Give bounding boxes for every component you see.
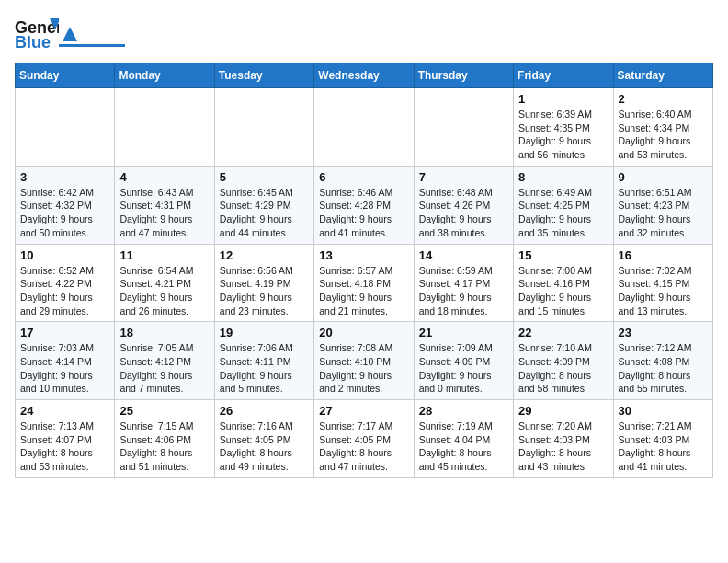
day-info: Sunrise: 6:54 AM Sunset: 4:21 PM Dayligh… <box>119 264 209 318</box>
day-info: Sunrise: 7:06 AM Sunset: 4:11 PM Dayligh… <box>220 341 309 396</box>
calendar-cell: 22Sunrise: 7:10 AM Sunset: 4:09 PM Dayli… <box>514 322 613 400</box>
logo-icon: General Blue <box>15 15 59 55</box>
day-info: Sunrise: 6:59 AM Sunset: 4:17 PM Dayligh… <box>419 264 508 318</box>
day-number: 19 <box>220 326 309 339</box>
day-number: 17 <box>20 326 109 339</box>
weekday-header-thursday: Thursday <box>414 63 513 88</box>
logo-triangle-icon <box>61 25 79 43</box>
weekday-header-wednesday: Wednesday <box>314 63 414 88</box>
calendar-week-2: 3Sunrise: 6:42 AM Sunset: 4:32 PM Daylig… <box>16 166 713 244</box>
calendar-cell: 11Sunrise: 6:54 AM Sunset: 4:21 PM Dayli… <box>115 244 214 322</box>
day-number: 16 <box>619 248 708 262</box>
day-number: 20 <box>319 326 408 339</box>
calendar-cell: 29Sunrise: 7:20 AM Sunset: 4:03 PM Dayli… <box>514 400 613 478</box>
day-number: 30 <box>619 404 708 418</box>
day-info: Sunrise: 7:03 AM Sunset: 4:14 PM Dayligh… <box>20 341 109 396</box>
day-info: Sunrise: 7:15 AM Sunset: 4:06 PM Dayligh… <box>119 419 209 474</box>
calendar-table: SundayMondayTuesdayWednesdayThursdayFrid… <box>15 63 713 478</box>
weekday-header-sunday: Sunday <box>16 63 115 88</box>
calendar-cell: 19Sunrise: 7:06 AM Sunset: 4:11 PM Dayli… <box>214 322 313 400</box>
day-info: Sunrise: 6:48 AM Sunset: 4:26 PM Dayligh… <box>419 186 508 240</box>
day-number: 22 <box>518 326 608 339</box>
day-info: Sunrise: 7:10 AM Sunset: 4:09 PM Dayligh… <box>518 341 608 396</box>
calendar-cell: 1Sunrise: 6:39 AM Sunset: 4:35 PM Daylig… <box>514 88 613 167</box>
day-number: 24 <box>20 404 109 418</box>
day-info: Sunrise: 6:43 AM Sunset: 4:31 PM Dayligh… <box>119 186 209 240</box>
calendar-cell: 15Sunrise: 7:00 AM Sunset: 4:16 PM Dayli… <box>514 244 613 322</box>
calendar-week-4: 17Sunrise: 7:03 AM Sunset: 4:14 PM Dayli… <box>16 322 713 400</box>
calendar-cell <box>314 88 414 167</box>
calendar-cell <box>16 88 115 167</box>
calendar-cell: 16Sunrise: 7:02 AM Sunset: 4:15 PM Dayli… <box>613 244 712 322</box>
day-number: 8 <box>518 170 608 184</box>
calendar-cell: 13Sunrise: 6:57 AM Sunset: 4:18 PM Dayli… <box>314 244 414 322</box>
day-info: Sunrise: 7:08 AM Sunset: 4:10 PM Dayligh… <box>319 341 408 396</box>
calendar-cell <box>115 88 214 167</box>
day-info: Sunrise: 6:49 AM Sunset: 4:25 PM Dayligh… <box>518 186 608 240</box>
calendar-cell: 14Sunrise: 6:59 AM Sunset: 4:17 PM Dayli… <box>414 244 513 322</box>
day-number: 2 <box>619 92 708 106</box>
calendar-cell: 26Sunrise: 7:16 AM Sunset: 4:05 PM Dayli… <box>214 400 313 478</box>
calendar-cell: 8Sunrise: 6:49 AM Sunset: 4:25 PM Daylig… <box>514 166 613 244</box>
calendar-week-1: 1Sunrise: 6:39 AM Sunset: 4:35 PM Daylig… <box>16 88 713 167</box>
day-info: Sunrise: 6:51 AM Sunset: 4:23 PM Dayligh… <box>619 186 708 240</box>
day-info: Sunrise: 7:21 AM Sunset: 4:03 PM Dayligh… <box>619 419 708 474</box>
calendar-week-5: 24Sunrise: 7:13 AM Sunset: 4:07 PM Dayli… <box>16 400 713 478</box>
calendar-cell: 21Sunrise: 7:09 AM Sunset: 4:09 PM Dayli… <box>414 322 513 400</box>
day-number: 13 <box>319 248 408 262</box>
calendar-cell: 12Sunrise: 6:56 AM Sunset: 4:19 PM Dayli… <box>214 244 313 322</box>
calendar-cell <box>414 88 513 167</box>
weekday-header-monday: Monday <box>115 63 214 88</box>
day-info: Sunrise: 6:40 AM Sunset: 4:34 PM Dayligh… <box>619 108 708 162</box>
day-number: 11 <box>119 248 209 262</box>
day-number: 27 <box>319 404 408 418</box>
day-info: Sunrise: 6:52 AM Sunset: 4:22 PM Dayligh… <box>20 264 109 318</box>
day-number: 1 <box>518 92 608 106</box>
weekday-header-saturday: Saturday <box>613 63 712 88</box>
day-number: 23 <box>619 326 708 339</box>
day-info: Sunrise: 7:05 AM Sunset: 4:12 PM Dayligh… <box>119 341 209 396</box>
calendar-cell: 7Sunrise: 6:48 AM Sunset: 4:26 PM Daylig… <box>414 166 513 244</box>
day-info: Sunrise: 7:09 AM Sunset: 4:09 PM Dayligh… <box>419 341 508 396</box>
calendar-cell: 2Sunrise: 6:40 AM Sunset: 4:34 PM Daylig… <box>613 88 712 167</box>
calendar-cell: 4Sunrise: 6:43 AM Sunset: 4:31 PM Daylig… <box>115 166 214 244</box>
day-number: 3 <box>20 170 109 184</box>
calendar-header-row: SundayMondayTuesdayWednesdayThursdayFrid… <box>16 63 713 88</box>
svg-text:Blue: Blue <box>15 33 51 52</box>
calendar-cell: 6Sunrise: 6:46 AM Sunset: 4:28 PM Daylig… <box>314 166 414 244</box>
day-info: Sunrise: 7:12 AM Sunset: 4:08 PM Dayligh… <box>619 341 708 396</box>
svg-marker-3 <box>63 27 77 41</box>
day-number: 5 <box>220 170 309 184</box>
day-info: Sunrise: 6:39 AM Sunset: 4:35 PM Dayligh… <box>518 108 608 162</box>
day-number: 25 <box>119 404 209 418</box>
calendar-cell: 28Sunrise: 7:19 AM Sunset: 4:04 PM Dayli… <box>414 400 513 478</box>
day-info: Sunrise: 7:20 AM Sunset: 4:03 PM Dayligh… <box>518 419 608 474</box>
calendar-cell: 18Sunrise: 7:05 AM Sunset: 4:12 PM Dayli… <box>115 322 214 400</box>
calendar-cell: 3Sunrise: 6:42 AM Sunset: 4:32 PM Daylig… <box>16 166 115 244</box>
day-number: 21 <box>419 326 508 339</box>
calendar-cell: 23Sunrise: 7:12 AM Sunset: 4:08 PM Dayli… <box>613 322 712 400</box>
day-info: Sunrise: 7:17 AM Sunset: 4:05 PM Dayligh… <box>319 419 408 474</box>
calendar-cell: 9Sunrise: 6:51 AM Sunset: 4:23 PM Daylig… <box>613 166 712 244</box>
calendar-cell: 27Sunrise: 7:17 AM Sunset: 4:05 PM Dayli… <box>314 400 414 478</box>
page-header: General Blue <box>15 15 713 55</box>
calendar-cell: 17Sunrise: 7:03 AM Sunset: 4:14 PM Dayli… <box>16 322 115 400</box>
calendar-cell: 10Sunrise: 6:52 AM Sunset: 4:22 PM Dayli… <box>16 244 115 322</box>
day-number: 29 <box>518 404 608 418</box>
calendar-cell: 20Sunrise: 7:08 AM Sunset: 4:10 PM Dayli… <box>314 322 414 400</box>
weekday-header-tuesday: Tuesday <box>214 63 313 88</box>
day-info: Sunrise: 7:13 AM Sunset: 4:07 PM Dayligh… <box>20 419 109 474</box>
logo: General Blue <box>15 15 125 55</box>
day-number: 4 <box>119 170 209 184</box>
calendar-cell: 25Sunrise: 7:15 AM Sunset: 4:06 PM Dayli… <box>115 400 214 478</box>
day-number: 12 <box>220 248 309 262</box>
day-info: Sunrise: 6:42 AM Sunset: 4:32 PM Dayligh… <box>20 186 109 240</box>
logo-underline <box>59 44 125 47</box>
day-number: 15 <box>518 248 608 262</box>
day-number: 7 <box>419 170 508 184</box>
day-number: 26 <box>220 404 309 418</box>
day-number: 28 <box>419 404 508 418</box>
day-info: Sunrise: 6:56 AM Sunset: 4:19 PM Dayligh… <box>220 264 309 318</box>
day-number: 14 <box>419 248 508 262</box>
day-info: Sunrise: 7:00 AM Sunset: 4:16 PM Dayligh… <box>518 264 608 318</box>
